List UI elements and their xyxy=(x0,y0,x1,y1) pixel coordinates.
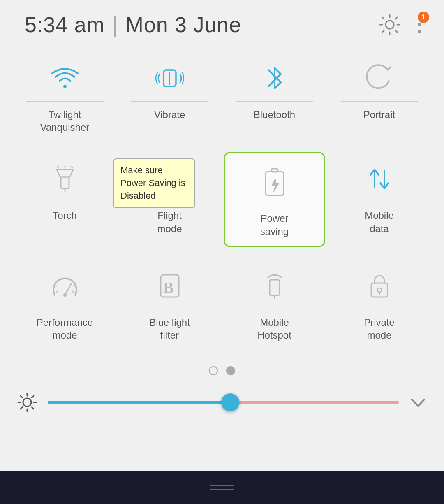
svg-rect-7 xyxy=(61,177,69,188)
notification-button[interactable]: 1 xyxy=(411,13,428,36)
tile-power-saving-label: Powersaving xyxy=(260,212,289,237)
svg-point-33 xyxy=(23,398,31,406)
chevron-down-icon[interactable] xyxy=(409,393,428,412)
svg-rect-16 xyxy=(271,169,278,172)
tile-mobile-hotspot-label: MobileHotspot xyxy=(257,316,291,341)
svg-rect-30 xyxy=(371,283,388,297)
tile-portrait[interactable]: Portrait xyxy=(327,49,432,142)
svg-line-23 xyxy=(72,291,74,293)
svg-point-0 xyxy=(386,21,394,29)
tiles-section-row1: TwilightVanquisher Vibrate xyxy=(0,45,444,146)
hamburger-line-2 xyxy=(210,489,234,490)
pagination-dot-1[interactable] xyxy=(209,366,218,375)
brightness-bar xyxy=(0,383,444,421)
svg-line-40 xyxy=(32,396,34,398)
svg-line-38 xyxy=(21,396,23,398)
time-separator: | xyxy=(112,12,118,37)
pagination-dot-2[interactable] xyxy=(226,366,235,375)
tile-mobile-data-label: Mobiledata xyxy=(365,209,394,235)
tile-twilight-vanquisher[interactable]: TwilightVanquisher xyxy=(12,49,117,142)
tiles-grid-row3: Performancemode B Blue lightfilter xyxy=(12,257,432,350)
tiles-grid-row2: Torch Make sure Power Saving is Disabled… xyxy=(12,150,432,249)
hamburger-line-1 xyxy=(210,485,234,486)
svg-point-2 xyxy=(418,23,421,26)
svg-line-12 xyxy=(71,166,72,168)
tile-private-mode[interactable]: Privatemode xyxy=(327,257,432,350)
battery-icon xyxy=(258,165,291,198)
svg-rect-27 xyxy=(270,280,280,295)
svg-point-4 xyxy=(63,85,67,88)
svg-line-10 xyxy=(58,166,59,168)
tile-blue-light-filter-label: Blue lightfilter xyxy=(149,316,190,341)
torch-icon xyxy=(49,163,81,195)
svg-point-29 xyxy=(273,274,276,276)
header-right: 1 xyxy=(378,13,428,36)
wifi-icon xyxy=(49,62,81,95)
tile-blue-light-filter[interactable]: B Blue lightfilter xyxy=(117,257,222,350)
date-display: Mon 3 June xyxy=(125,12,241,37)
tile-portrait-label: Portrait xyxy=(363,108,395,121)
tile-bluetooth[interactable]: Bluetooth xyxy=(222,49,327,142)
svg-point-3 xyxy=(418,30,421,33)
tile-flight-mode-label: Flightmode xyxy=(157,209,182,235)
tile-torch-label: Torch xyxy=(53,209,77,222)
tile-private-mode-label: Privatemode xyxy=(364,316,395,341)
brightness-thumb[interactable] xyxy=(221,393,239,411)
brightness-icon xyxy=(16,392,38,413)
svg-point-20 xyxy=(63,293,67,297)
tile-mobile-data[interactable]: Mobiledata xyxy=(327,150,432,249)
tile-vibrate-label: Vibrate xyxy=(154,108,185,121)
svg-line-39 xyxy=(32,407,34,409)
tiles-section-row3: Performancemode B Blue lightfilter xyxy=(0,253,444,354)
svg-marker-8 xyxy=(57,170,73,177)
bold-b-icon: B xyxy=(153,269,186,302)
tile-performance-mode-label: Performancemode xyxy=(37,316,93,341)
svg-point-31 xyxy=(377,288,382,292)
bottom-bar xyxy=(0,471,444,504)
pagination xyxy=(0,366,444,375)
vibrate-icon xyxy=(153,62,186,95)
time-date: 5:34 am | Mon 3 June xyxy=(25,12,241,37)
tile-flight-mode[interactable]: Make sure Power Saving is Disabled Fligh… xyxy=(117,150,222,249)
tile-bluetooth-label: Bluetooth xyxy=(254,108,295,121)
gauge-icon xyxy=(49,269,81,302)
tile-mobile-hotspot[interactable]: MobileHotspot xyxy=(222,257,327,350)
brightness-slider[interactable] xyxy=(48,401,399,404)
svg-line-19 xyxy=(65,284,71,295)
arrows-icon xyxy=(363,163,396,195)
tile-vibrate[interactable]: Vibrate xyxy=(117,49,222,142)
bluetooth-icon xyxy=(258,62,291,95)
svg-line-21 xyxy=(56,291,58,293)
time-display: 5:34 am xyxy=(25,12,105,37)
tile-power-saving[interactable]: Powersaving xyxy=(224,152,325,247)
notification-count: 1 xyxy=(418,12,429,23)
private-icon xyxy=(363,269,396,302)
tile-torch[interactable]: Torch xyxy=(12,150,117,249)
flight-icon xyxy=(153,163,186,195)
rotate-icon xyxy=(363,62,396,95)
tile-twilight-vanquisher-label: TwilightVanquisher xyxy=(40,108,90,134)
svg-line-41 xyxy=(21,407,23,409)
tiles-grid-row1: TwilightVanquisher Vibrate xyxy=(12,49,432,142)
settings-button[interactable] xyxy=(378,13,401,36)
header: 5:34 am | Mon 3 June 1 xyxy=(0,0,444,45)
hotspot-icon xyxy=(258,269,291,302)
tile-performance-mode[interactable]: Performancemode xyxy=(12,257,117,350)
svg-text:B: B xyxy=(163,279,173,296)
tiles-section-row2: Torch Make sure Power Saving is Disabled… xyxy=(0,146,444,253)
